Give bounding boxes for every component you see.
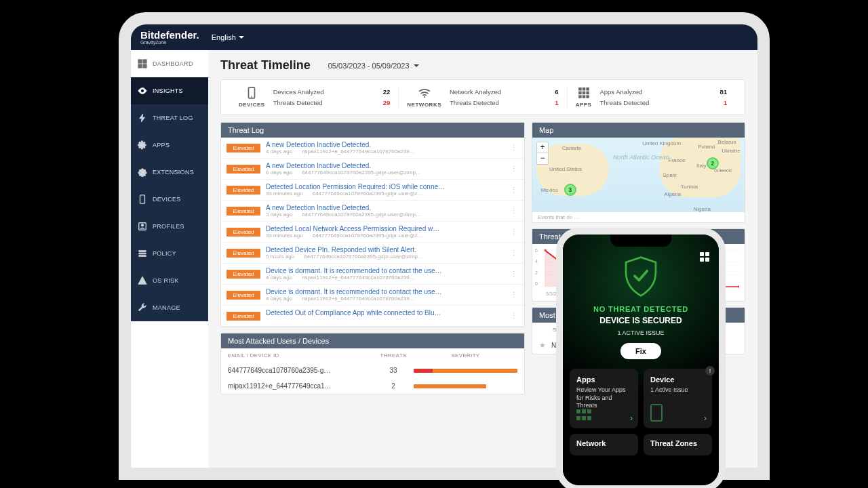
card-title: Threat Zones [650, 439, 705, 447]
stat-value: 6 [545, 87, 559, 97]
stat-caption: NETWORKS [407, 102, 441, 108]
panel-header: Threat Log [221, 123, 524, 138]
phone-card-threatzones[interactable]: Threat Zones [644, 434, 712, 455]
threat-log-row[interactable]: ElevatedA new Detection Inactive Detecte… [221, 201, 524, 222]
log-title[interactable]: Detected Device PIn. Responded with Sile… [266, 246, 503, 253]
kebab-menu-icon[interactable]: ⋮ [509, 144, 519, 152]
threat-log-row[interactable]: ElevatedDetected Out of Compliance App w… [221, 306, 524, 327]
language-selector[interactable]: English [212, 33, 244, 41]
svg-rect-4 [140, 195, 145, 203]
phone-card-device[interactable]: ! Device 1 Active Issue › [644, 369, 712, 428]
phone-card-apps[interactable]: Apps Review Your Apps for Risks and Thre… [570, 369, 638, 428]
log-title[interactable]: Device is dormant. It is recommended to … [266, 288, 503, 296]
sidebar-item-extensions[interactable]: EXTENSIONS [131, 159, 208, 186]
svg-point-29 [737, 286, 739, 288]
phone-frame: NO THREAT DETECTED DEVICE IS SECURED 1 A… [556, 228, 726, 488]
kebab-menu-icon[interactable]: ⋮ [509, 249, 519, 258]
sidebar-item-apps[interactable]: APPS [131, 131, 208, 159]
threat-log-row[interactable]: ElevatedA new Detection Inactive Detecte… [221, 159, 524, 180]
sidebar-item-label: MANAGE [153, 304, 180, 311]
sidebar-item-profiles[interactable]: PROFILES [131, 213, 208, 240]
phone-substatus: DEVICE IS SECURED [570, 316, 712, 325]
sidebar-item-osrisk[interactable]: OS RISK [131, 267, 208, 294]
map-body[interactable]: North Atlantic Ocean United States Canad… [532, 138, 745, 212]
log-title[interactable]: A new Detection Inactive Detected. [266, 204, 503, 211]
brand-logo: Bitdefender. GravityZone [140, 30, 199, 45]
chevron-right-icon: › [630, 413, 633, 423]
svg-point-6 [141, 224, 144, 227]
map-label: Poland [698, 144, 715, 150]
map-marker[interactable]: 2 [707, 157, 719, 169]
date-range-label: 05/03/2023 - 05/09/2023 [328, 62, 410, 70]
sidebar-item-label: POLICY [153, 250, 176, 257]
kebab-menu-icon[interactable]: ⋮ [509, 270, 519, 279]
stat-networks: NETWORKS Network Analyzed6 Threats Detec… [399, 87, 567, 108]
sidebar-item-manage[interactable]: MANAGE [131, 294, 208, 321]
threat-log-row[interactable]: ElevatedDetected Device PIn. Responded w… [221, 243, 524, 264]
map-label: Nigeria [694, 206, 711, 212]
app-header: Bitdefender. GravityZone English [131, 24, 757, 50]
log-title[interactable]: Detected Out of Compliance App while con… [266, 309, 503, 317]
stat-value: 1 [545, 98, 559, 108]
stat-value: 1 [713, 98, 727, 108]
stats-bar: DEVICES Devices Analyzed22 Threats Detec… [220, 79, 745, 115]
card-desc: Review Your Apps for Risks and Threats [576, 386, 631, 410]
severity-badge: Elevated [226, 165, 260, 174]
sidebar-item-dashboard[interactable]: DASHBOARD [131, 50, 208, 77]
sidebar-item-label: DEVICES [153, 196, 181, 203]
log-title[interactable]: A new Detection Inactive Detected. [266, 141, 503, 148]
svg-rect-32 [587, 409, 591, 413]
log-title[interactable]: A new Detection Inactive Detected. [266, 162, 503, 169]
sidebar-item-devices[interactable]: DEVICES [131, 186, 208, 213]
kebab-menu-icon[interactable]: ⋮ [509, 228, 519, 237]
fix-button[interactable]: Fix [620, 343, 661, 359]
kebab-menu-icon[interactable]: ⋮ [509, 186, 519, 195]
puzzle-icon [138, 167, 147, 177]
threat-log-row[interactable]: ElevatedDevice is dormant. It is recomme… [221, 264, 524, 285]
card-title: Apps [576, 375, 631, 384]
threat-log-row[interactable]: ElevatedDetected Location Permission Req… [221, 180, 524, 201]
menu-grid-icon[interactable] [700, 252, 709, 262]
sidebar-item-insights[interactable]: INSIGHTS [131, 77, 208, 104]
threat-log-row[interactable]: ElevatedA new Detection Inactive Detecte… [221, 138, 524, 159]
chevron-down-icon [414, 62, 419, 70]
row-id: 644777649cca1078760a2395-g… [228, 367, 373, 374]
threat-log-row[interactable]: ElevatedDevice is dormant. It is recomme… [221, 285, 524, 306]
log-title[interactable]: Detected Local Network Access Permission… [266, 225, 503, 232]
log-title[interactable]: Detected Location Permission Required: i… [266, 183, 503, 190]
sidebar-item-policy[interactable]: POLICY [131, 240, 208, 267]
sidebar-item-label: THREAT LOG [153, 115, 193, 121]
language-label: English [212, 33, 236, 41]
kebab-menu-icon[interactable]: ⋮ [509, 165, 519, 174]
kebab-menu-icon[interactable]: ⋮ [509, 312, 519, 321]
log-title[interactable]: Device is dormant. It is recommended to … [266, 267, 503, 274]
map-marker[interactable]: 3 [564, 184, 576, 196]
phone-card-network[interactable]: Network [570, 434, 638, 455]
map-panel: Map North Atlantic Ocean United States C… [532, 122, 745, 223]
row-threats: 33 [373, 367, 414, 374]
threat-log-row[interactable]: ElevatedDetected Local Network Access Pe… [221, 222, 524, 243]
chart-y-ticks: 6420 [535, 248, 538, 286]
svg-rect-1 [143, 60, 146, 63]
svg-rect-11 [582, 87, 585, 91]
svg-rect-36 [651, 405, 662, 421]
zoom-out-button[interactable]: − [537, 153, 548, 164]
brand-name: Bitdefender [140, 29, 197, 41]
table-row[interactable]: 644777649cca1078760a2395-g… 33 [221, 363, 524, 378]
date-range-picker[interactable]: 05/03/2023 - 05/09/2023 [328, 62, 419, 70]
map-zoom: + − [536, 142, 549, 165]
sidebar-item-threatlog[interactable]: THREAT LOG [131, 104, 208, 131]
card-desc: 1 Active Issue [650, 386, 705, 394]
table-row[interactable]: mipax11912+e_644777649cca1… 2 [221, 378, 524, 394]
zoom-in-button[interactable]: + [537, 142, 548, 153]
list-icon [138, 249, 147, 258]
row-threats: 2 [373, 382, 414, 390]
stat-devices: DEVICES Devices Analyzed22 Threats Detec… [231, 87, 399, 108]
marker-count: 3 [568, 186, 572, 193]
kebab-menu-icon[interactable]: ⋮ [509, 207, 519, 216]
stat-label: Apps Analyzed [599, 87, 642, 97]
map-footer: Events that do … [532, 212, 745, 222]
sidebar-item-label: PROFILES [153, 223, 184, 230]
kebab-menu-icon[interactable]: ⋮ [509, 291, 519, 300]
severity-badge: Elevated [226, 207, 260, 216]
